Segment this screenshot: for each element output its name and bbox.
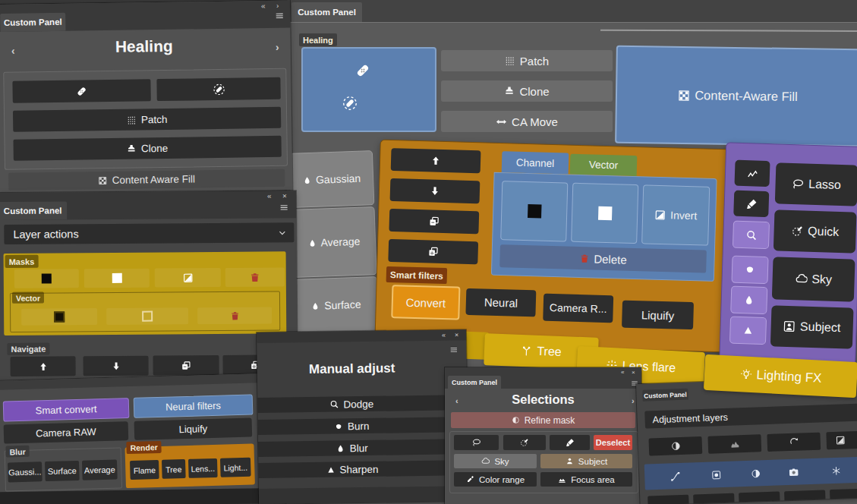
- layer-actions-dropdown[interactable]: Layer actions: [4, 222, 294, 244]
- tab-custom-panel[interactable]: Custom Panel: [448, 376, 501, 389]
- collapse-icon[interactable]: «: [261, 2, 266, 10]
- burn-button[interactable]: Burn: [258, 417, 446, 435]
- tab-custom-panel[interactable]: Custom Panel: [0, 13, 65, 32]
- color-range-button[interactable]: Color range: [454, 472, 537, 487]
- mask-invert-button[interactable]: [155, 268, 221, 288]
- gaussian-button[interactable]: Gaussian: [289, 150, 374, 208]
- close-icon[interactable]: ×: [455, 332, 458, 339]
- duplicate-button[interactable]: [389, 209, 479, 234]
- lasso-button[interactable]: Lasso: [775, 162, 857, 206]
- brush-select-button[interactable]: [550, 435, 590, 450]
- photo-filter-button[interactable]: [826, 430, 857, 449]
- content-aware-fill-bar[interactable]: Content Aware Fill: [8, 169, 285, 191]
- dodge-button[interactable]: Dodge: [257, 395, 446, 413]
- brush-tool-button[interactable]: [733, 191, 769, 217]
- liquify-button[interactable]: Liquify: [622, 301, 694, 330]
- curves-icon[interactable]: [670, 471, 680, 481]
- close-icon[interactable]: ×: [282, 192, 287, 200]
- zoom-tool-button[interactable]: [733, 221, 770, 249]
- neural-button[interactable]: Neural: [465, 288, 536, 317]
- next-page-icon[interactable]: ›: [632, 397, 635, 405]
- hue-saturation-button[interactable]: [767, 433, 821, 452]
- layer-up-button[interactable]: [391, 148, 481, 173]
- layer-down-button[interactable]: [390, 178, 480, 203]
- healing-tools-box[interactable]: [301, 47, 436, 132]
- droplet-tool-button[interactable]: [730, 286, 767, 314]
- flame-button[interactable]: Flame: [130, 460, 159, 480]
- blur-button[interactable]: Blur: [258, 439, 446, 457]
- liquify-button[interactable]: Liquify: [134, 418, 253, 440]
- ca-move-button[interactable]: CA Move: [441, 111, 613, 132]
- collapse-icon[interactable]: «: [267, 192, 272, 200]
- neural-filters-button[interactable]: Neural filters: [134, 394, 254, 417]
- surface-blur-button[interactable]: Surface: [45, 461, 80, 481]
- quick-select-button[interactable]: [503, 435, 546, 450]
- camera-icon[interactable]: [789, 468, 799, 477]
- delete-mask-button[interactable]: Delete: [499, 244, 707, 273]
- spot-healing-icon[interactable]: [342, 96, 358, 111]
- surface-button[interactable]: Surface: [294, 276, 379, 334]
- adjustment-extra-button[interactable]: [647, 495, 689, 504]
- tab-vector[interactable]: Vector: [570, 154, 638, 176]
- content-aware-fill-button[interactable]: Content-Aware Fill: [615, 46, 857, 146]
- close-icon[interactable]: ×: [632, 370, 635, 376]
- patch-button[interactable]: Patch: [13, 107, 281, 132]
- adjustment-layers-dropdown[interactable]: Adjustment layers: [644, 403, 857, 428]
- exposure-icon[interactable]: [751, 468, 761, 478]
- vector-mask-delete-button[interactable]: [197, 307, 272, 324]
- menu-icon[interactable]: [279, 203, 288, 212]
- mask-black-button[interactable]: [14, 269, 79, 288]
- healing-brush-button[interactable]: [12, 79, 150, 103]
- white-mask-button[interactable]: [571, 183, 638, 244]
- select-sky-button[interactable]: Sky: [454, 454, 537, 468]
- snowflake-icon[interactable]: [831, 466, 841, 476]
- select-subject-button[interactable]: Subject: [770, 305, 854, 348]
- deselect-button[interactable]: Deselect: [594, 435, 632, 450]
- spot-healing-button[interactable]: [156, 77, 280, 101]
- light-button[interactable]: Light...: [220, 458, 251, 477]
- clone-button[interactable]: Clone: [441, 80, 613, 102]
- brightness-contrast-button[interactable]: [649, 436, 703, 455]
- menu-icon[interactable]: [449, 345, 458, 354]
- next-page-icon[interactable]: ›: [276, 42, 279, 52]
- mask-white-button[interactable]: [84, 269, 150, 288]
- tab-channel[interactable]: Channel: [502, 151, 569, 174]
- clone-button[interactable]: Clone: [13, 136, 281, 161]
- nav-duplicate-button[interactable]: [153, 355, 219, 376]
- gaussian-blur-button[interactable]: Gaussi...: [8, 461, 43, 482]
- select-subject-button[interactable]: Subject: [540, 454, 632, 468]
- nav-up-button[interactable]: [11, 356, 76, 376]
- nav-down-button[interactable]: [83, 356, 149, 376]
- select-sky-button[interactable]: Sky: [772, 257, 855, 301]
- adjustment-extra-button[interactable]: [693, 493, 735, 504]
- tab-custom-panel[interactable]: Custom Panel: [642, 389, 688, 402]
- expand-icon[interactable]: ›: [276, 2, 279, 10]
- focus-area-button[interactable]: Focus area: [540, 472, 632, 487]
- black-mask-button[interactable]: [500, 181, 568, 241]
- blob-tool-button[interactable]: [731, 256, 768, 284]
- camera-raw-button[interactable]: Camera R...: [543, 294, 613, 323]
- smart-convert-button[interactable]: Smart convert: [3, 398, 130, 422]
- average-blur-button[interactable]: Average: [82, 460, 118, 480]
- polygonal-lasso-tool-button[interactable]: [734, 160, 770, 187]
- quick-select-button[interactable]: Quick: [774, 209, 857, 253]
- sharpen-tool-button[interactable]: [729, 317, 767, 345]
- healing-brush-icon[interactable]: [354, 62, 371, 79]
- duplicate-plus-button[interactable]: [388, 239, 478, 264]
- vector-mask-light-button[interactable]: [106, 307, 188, 325]
- vignette-icon[interactable]: [711, 470, 721, 480]
- lens-button[interactable]: Lens...: [188, 458, 218, 478]
- vector-mask-dark-button[interactable]: [21, 308, 97, 326]
- refine-mask-button[interactable]: Refine mask: [451, 412, 635, 428]
- average-button[interactable]: Average: [291, 206, 377, 278]
- convert-button[interactable]: Convert: [391, 285, 460, 320]
- invert-mask-button[interactable]: Invert: [641, 184, 710, 245]
- tree-button[interactable]: Tree: [162, 459, 186, 479]
- tab-custom-panel[interactable]: Custom Panel: [291, 2, 362, 22]
- lasso-select-button[interactable]: [454, 435, 499, 450]
- collapse-icon[interactable]: «: [621, 370, 624, 376]
- camera-raw-button[interactable]: Camera RAW: [4, 421, 129, 444]
- menu-icon[interactable]: [275, 11, 284, 20]
- levels-button[interactable]: [707, 434, 761, 453]
- sharpen-button[interactable]: Sharpen: [258, 461, 446, 478]
